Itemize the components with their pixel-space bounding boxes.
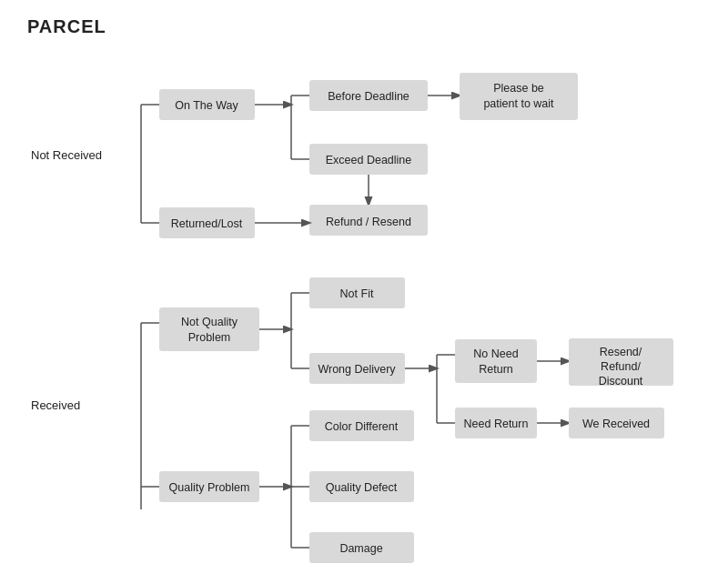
no-need-return-label: No Need	[473, 347, 518, 360]
not-quality-problem-label2: Problem	[188, 331, 231, 344]
before-deadline-label: Before Deadline	[328, 90, 410, 103]
on-the-way-label: On The Way	[175, 99, 238, 112]
quality-problem-label: Quality Problem	[169, 481, 250, 494]
please-patient-label2: patient to wait	[483, 97, 554, 110]
received-label: Received	[31, 398, 80, 412]
not-fit-label: Not Fit	[340, 287, 374, 300]
no-need-return-label2: Return	[479, 363, 513, 376]
please-patient-box	[460, 73, 578, 120]
resend-refund-discount-label2: Refund/	[601, 360, 641, 373]
please-patient-label: Please be	[493, 82, 544, 95]
wrong-delivery-label: Wrong Delivery	[318, 363, 396, 376]
no-need-return-box	[455, 339, 537, 383]
color-different-label: Color Different	[325, 420, 399, 433]
resend-refund-discount-label: Resend/	[600, 346, 642, 358]
damage-label: Damage	[339, 542, 382, 555]
not-quality-problem-box	[159, 307, 259, 351]
not-quality-problem-label: Not Quality	[181, 316, 238, 328]
not-received-label: Not Received	[31, 148, 102, 162]
need-return-label: Need Return	[464, 418, 529, 430]
quality-defect-label: Quality Defect	[326, 481, 398, 494]
we-received-label: We Received	[582, 418, 650, 430]
resend-refund-discount-label3: Discount	[599, 375, 643, 388]
returned-lost-label: Returned/Lost	[171, 217, 243, 230]
refund-resend-label: Refund / Resend	[326, 216, 411, 228]
exceed-deadline-label: Exceed Deadline	[326, 154, 412, 166]
